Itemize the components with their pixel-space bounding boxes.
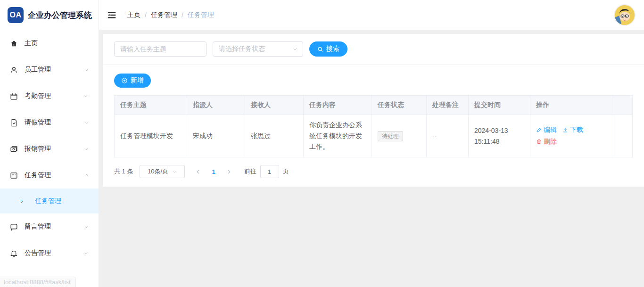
app-title: 企业办公管理系统	[28, 10, 92, 21]
page-size-select[interactable]: 10条/页	[140, 165, 185, 178]
logo-badge: OA	[8, 7, 24, 23]
edit-label: 编辑	[544, 124, 557, 135]
prev-page-button[interactable]	[195, 169, 201, 175]
pagination: 共 1 条 10条/页 1	[114, 165, 633, 178]
page-size-value: 10条/页	[148, 167, 168, 176]
calendar-icon	[9, 92, 18, 100]
download-label: 下载	[570, 124, 583, 135]
chevron-down-icon	[172, 169, 177, 174]
pagination-total: 共 1 条	[114, 167, 133, 176]
goto-page-input[interactable]	[260, 165, 279, 178]
breadcrumb-separator: /	[145, 11, 147, 19]
sidebar-item-announcement[interactable]: 公告管理	[0, 240, 99, 266]
bell-icon	[9, 249, 18, 257]
cell-assigner: 宋成功	[187, 115, 245, 157]
cell-time: 2024-03-13 15:11:48	[469, 115, 530, 157]
collapse-menu-icon[interactable]	[107, 10, 117, 20]
sidebar-item-label: 主页	[25, 39, 38, 48]
home-icon	[9, 39, 18, 48]
task-status-select-placeholder: 请选择任务状态	[219, 45, 292, 53]
chevron-down-icon	[83, 146, 89, 152]
cell-actions: 编辑 下载	[530, 115, 614, 157]
edit-button[interactable]: 编辑	[536, 124, 557, 135]
column-header-actions: 操作	[530, 96, 614, 115]
chevron-down-icon	[83, 224, 89, 230]
chevron-down-icon	[83, 67, 89, 73]
app-logo: OA 企业办公管理系统	[0, 0, 99, 30]
chevron-down-icon	[83, 93, 89, 99]
breadcrumb-task-module[interactable]: 任务管理	[151, 11, 177, 19]
cell-receiver: 张思过	[245, 115, 304, 157]
task-status-select[interactable]: 请选择任务状态	[213, 41, 303, 57]
download-button[interactable]: 下载	[562, 124, 583, 135]
download-icon	[562, 127, 568, 133]
trash-icon	[536, 139, 542, 144]
chevron-right-icon	[19, 198, 25, 204]
sidebar-item-leave[interactable]: 请假管理	[0, 109, 99, 136]
page-unit-label: 页	[283, 167, 289, 176]
task-table: 任务主题 指派人 接收人 任务内容 任务状态 处理备注 提交时间 操作	[114, 95, 633, 157]
top-header: 主页 / 任务管理 / 任务管理	[99, 0, 644, 30]
sidebar-item-label: 员工管理	[25, 66, 51, 74]
table-section: 新增 任务主题 指派人 接收人 任务内容	[103, 65, 644, 187]
sidebar-subitem-task-list[interactable]: 任务管理	[0, 189, 99, 213]
sidebar-item-expense[interactable]: 报销管理	[0, 136, 99, 162]
cell-subject: 任务管理模块开发	[115, 115, 187, 157]
breadcrumb-home[interactable]: 主页	[127, 11, 140, 19]
delete-button[interactable]: 删除	[536, 136, 557, 147]
sidebar-menu: 主页 员工管理 考勤管理	[0, 30, 99, 266]
user-avatar[interactable]	[615, 5, 635, 25]
search-button[interactable]: 搜索	[309, 41, 347, 57]
message-icon	[9, 222, 18, 231]
sidebar-item-message[interactable]: 留言管理	[0, 213, 99, 240]
column-header-content: 任务内容	[304, 96, 372, 115]
cell-status: 待处理	[372, 115, 427, 157]
add-button-label: 新增	[131, 76, 144, 85]
page-number-1[interactable]: 1	[212, 168, 215, 175]
goto-label: 前往	[244, 167, 256, 176]
sidebar-item-label: 公告管理	[25, 249, 51, 257]
breadcrumb-current: 任务管理	[188, 11, 214, 19]
task-subject-input[interactable]	[114, 41, 206, 57]
column-header-subject: 任务主题	[115, 96, 187, 115]
leave-doc-icon	[9, 118, 18, 127]
main-column: 主页 / 任务管理 / 任务管理	[99, 0, 644, 287]
search-icon	[317, 46, 323, 52]
task-list-card: 请选择任务状态 搜索	[103, 34, 644, 187]
chevron-down-icon	[292, 46, 298, 52]
cell-content: 你负责企业办公系统任务模块的开发工作。	[304, 115, 372, 157]
table-row: 任务管理模块开发 宋成功 张思过 你负责企业办公系统任务模块的开发工作。 待处理…	[115, 115, 633, 157]
column-header-time: 提交时间	[469, 96, 530, 115]
sidebar-item-employee[interactable]: 员工管理	[0, 57, 99, 83]
delete-label: 删除	[544, 136, 557, 147]
column-header-receiver: 接收人	[245, 96, 304, 115]
app-window: OA 企业办公管理系统 主页 员工管理	[0, 0, 644, 287]
sidebar-item-attendance[interactable]: 考勤管理	[0, 83, 99, 109]
chevron-down-icon	[83, 120, 89, 125]
add-button[interactable]: 新增	[114, 74, 151, 88]
column-header-assigner: 指派人	[187, 96, 245, 115]
plus-circle-icon	[121, 77, 128, 84]
user-icon	[9, 66, 18, 74]
content-area: 请选择任务状态 搜索	[99, 30, 644, 287]
link-preview-statusbar: localhost:8888/#/task/list	[0, 277, 76, 287]
column-header-status: 任务状态	[372, 96, 427, 115]
column-header-gutter	[614, 96, 633, 115]
pencil-icon	[536, 127, 542, 133]
table-header-row: 任务主题 指派人 接收人 任务内容 任务状态 处理备注 提交时间 操作	[115, 96, 633, 115]
search-section: 请选择任务状态 搜索	[103, 34, 644, 65]
search-button-label: 搜索	[326, 45, 339, 53]
chevron-down-icon	[83, 250, 89, 256]
cell-gutter	[614, 115, 633, 157]
sidebar-item-home[interactable]: 主页	[0, 30, 99, 57]
chevron-up-icon	[83, 172, 89, 178]
breadcrumb: 主页 / 任务管理 / 任务管理	[127, 11, 214, 19]
task-icon	[9, 171, 18, 180]
sidebar-item-label: 任务管理	[25, 171, 51, 180]
sidebar-item-label: 考勤管理	[25, 92, 51, 100]
expense-icon	[9, 145, 18, 153]
breadcrumb-separator: /	[182, 11, 183, 19]
sidebar-item-task[interactable]: 任务管理	[0, 162, 99, 189]
next-page-button[interactable]	[226, 169, 232, 175]
sidebar-item-label: 报销管理	[25, 145, 51, 153]
